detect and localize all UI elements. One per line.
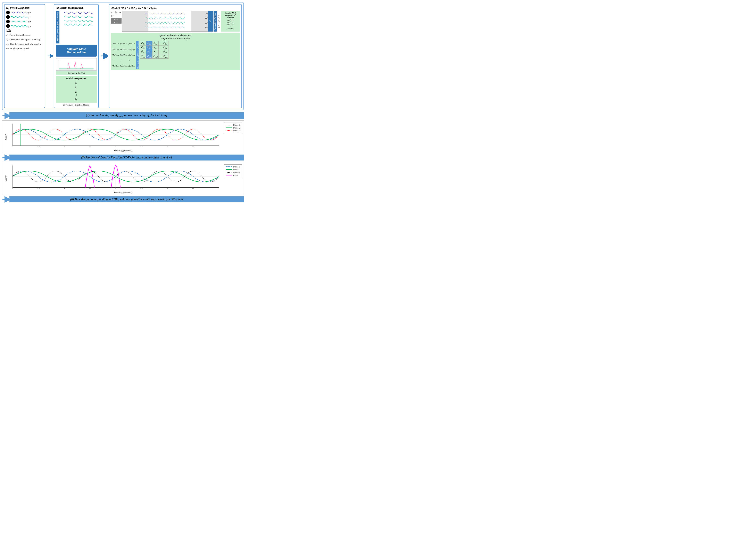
sensor-wave-n xyxy=(11,24,27,28)
system-definition-box: (1) System Definition y₀ y₁ xyxy=(4,4,45,108)
sensor-wave-2 xyxy=(11,20,27,23)
plot4-x-label: Time Lag (Seconds) xyxy=(114,149,132,152)
y2k-label: y₂ᵏ xyxy=(205,22,208,24)
th2: [θ₂ᵏ]ₙₓ₁ xyxy=(128,48,135,50)
plot4-y-label: Cos(θ) xyxy=(5,134,7,140)
theta-row-3: θk3,1 θk3,2 θk3,3 θk3,n xyxy=(140,50,168,54)
svd-plot-label: Singular Value Plot xyxy=(56,71,97,75)
svg-text:1: 1 xyxy=(167,146,168,147)
theta-3-n: θk3,n xyxy=(162,50,168,54)
theta-col: [θ₁ᵏ]ₙₓ₁ [θ₂ᵏ]ₙₓ₁ [θ₃ᵏ]ₙₓ₁ ⋮ [θₘᵏ]ₙₓ₁ xyxy=(128,41,135,69)
legend-mode3-label: Mode 3 xyxy=(233,129,240,132)
legend5-mode3: Mode 3 xyxy=(226,171,240,174)
sensor-wave-0 xyxy=(11,11,27,14)
svg-text:0.5: 0.5 xyxy=(140,146,143,147)
ambient-wave-svg xyxy=(61,11,97,27)
theta-1-1: θk1,1 xyxy=(140,41,146,45)
sensor-dot-2 xyxy=(6,20,10,23)
freq-f1: f1 xyxy=(57,81,96,85)
freq-f2: f2 xyxy=(57,85,96,89)
legend-mode3: Mode 3 xyxy=(226,129,240,132)
plot4-legend: Mode 1 Mode 2 Mode 3 xyxy=(224,123,242,133)
legend-mode2-label: Mode 2 xyxy=(233,126,240,129)
out-fm: fm xyxy=(218,25,220,28)
legend5-mode3-line xyxy=(226,172,232,173)
plot-5-area: 1 0 -1 -2 -1.5 -1 -0.5 0 0.5 1 1.5 2 xyxy=(13,164,219,189)
mode-shapes-title: Complex Mode Shapes for kth iteration xyxy=(222,12,239,19)
def-n: n = No. of Roving Sensors xyxy=(6,33,43,37)
ms-phi3: [Φ₃ᵏ]ₙₓ₁ xyxy=(222,23,239,25)
svg-text:-1: -1 xyxy=(63,146,65,147)
out-f2: f₂ xyxy=(218,17,220,20)
legend5-mode1: Mode 1 xyxy=(226,165,240,168)
sensor-dot-1 xyxy=(6,15,10,19)
theta-m-dots: … xyxy=(159,54,162,58)
ynk-label: yₙᵏ xyxy=(205,26,208,28)
M2: [M₂ᵏ]ₙₓ₁ xyxy=(120,48,128,50)
legend-mode1-line xyxy=(226,125,232,125)
ambient-waves xyxy=(61,11,97,43)
svd-title: Singular Value Decomposition xyxy=(57,47,95,54)
loop-section: (3) Loop for k = 0 to Nk; Nk = (1 + 2Tα/… xyxy=(109,4,242,108)
theta-1-3: θk1,3 xyxy=(152,41,159,45)
freq-f3: f3 xyxy=(57,89,96,93)
system-id-box: (2) System Identification Ambient Vibrat… xyxy=(54,4,99,108)
th1: [θ₁ᵏ]ₙₓ₁ xyxy=(128,43,135,45)
loop-wave-area: y₀ y₁ᵏ y₂ᵏ yₙᵏ xyxy=(122,11,208,32)
mode-shapes-box: Complex Mode Shapes for kth iteration [Φ… xyxy=(221,11,240,32)
main-container: (1) System Definition y₀ y₁ xyxy=(0,0,246,205)
svg-text:0: 0 xyxy=(115,146,116,147)
out-f1: f₁ xyxy=(218,14,220,17)
theta-3-2: θk3,2 xyxy=(146,50,152,54)
theta-m-2: θkm,2 xyxy=(146,54,152,58)
theta-1-2: θk1,2 xyxy=(146,41,152,45)
theta-m-1: θkm,1 xyxy=(140,54,146,58)
plot5-y-label: Cos(θ) xyxy=(5,175,7,182)
plot5-legend: Mode 1 Mode 2 Mode 3 KDF xyxy=(224,164,242,178)
phi2: [Φ₂ᵏ]ₙₓ₁ xyxy=(112,48,119,50)
theta-2-n: θk2,n xyxy=(162,45,168,50)
freq-fm: fm xyxy=(57,97,96,101)
thm: [θₘᵏ]ₙₓ₁ xyxy=(128,65,135,67)
theta-2-2: θk2,2 xyxy=(146,45,152,50)
svg-text:-2: -2 xyxy=(13,146,13,147)
arrow-2-to-3 xyxy=(101,4,108,108)
y1k-label: y₁ᵏ xyxy=(205,17,208,19)
ms-phim: [Φₘᵏ]ₙₓ₁ xyxy=(222,27,239,30)
plot-5-svg: 1 0 -1 -2 -1.5 -1 -0.5 0 0.5 1 1.5 2 xyxy=(13,164,219,189)
loop-time-histories: τk = -Tα + kΔt τk 0 Crop Crop xyxy=(111,11,240,32)
theta-m-3: θkm,3 xyxy=(152,54,159,58)
loop-title: (3) Loop for k = 0 to Nk; Nk = (1 + 2Tα/… xyxy=(111,6,240,10)
svg-text:-2: -2 xyxy=(13,188,13,188)
theta-3-1: θk3,1 xyxy=(140,50,146,54)
legend-mode3-line xyxy=(226,130,232,131)
theta-m-n: θkm,n xyxy=(162,54,168,58)
legend-mode2-line xyxy=(226,127,232,128)
svg-text:0.5: 0.5 xyxy=(140,188,143,188)
freq-dots: ⋮ xyxy=(57,93,96,97)
ms-dots: ⋮ xyxy=(222,25,239,27)
sensor-row-n: yₙ xyxy=(6,24,31,28)
legend5-mode2-line xyxy=(226,169,232,170)
out-f3: f₃, xyxy=(218,20,220,22)
sys-id-vertical: System Identification xyxy=(214,11,217,32)
sensor-row-1: y₁ xyxy=(6,15,31,19)
ms-phi2: [Φ₂ᵏ]ₙₓ₁ xyxy=(222,21,239,23)
ambient-vib-area: Ambient Vibration Time Histories xyxy=(56,11,97,43)
sensor-wave-1 xyxy=(11,15,27,19)
sensor-row-0: y₀ xyxy=(6,11,31,14)
phi1: [Φ₁ᵏ]ₙₓ₁ xyxy=(112,43,119,45)
sensor-label-0: y₀ xyxy=(28,11,31,14)
s6-label: (6) Time delays corresponding to KDF pea… xyxy=(9,196,244,202)
arrow-s6 xyxy=(2,196,9,203)
sensor-label-2: y₂ xyxy=(28,20,31,23)
top-flow-section: (1) System Definition y₀ y₁ xyxy=(2,2,244,110)
svd-plot xyxy=(56,58,97,71)
phi3: [Φ₃ᵏ]ₙₓ₁ xyxy=(112,54,119,56)
theta-2-dots: … xyxy=(159,45,162,50)
theta-3-dots xyxy=(159,50,162,54)
yk-label: yᵏ xyxy=(208,11,213,32)
theta-3-3: θk3,3 xyxy=(152,50,159,54)
th-dots: ⋮ xyxy=(128,59,135,61)
arrow-s5 xyxy=(2,154,9,161)
